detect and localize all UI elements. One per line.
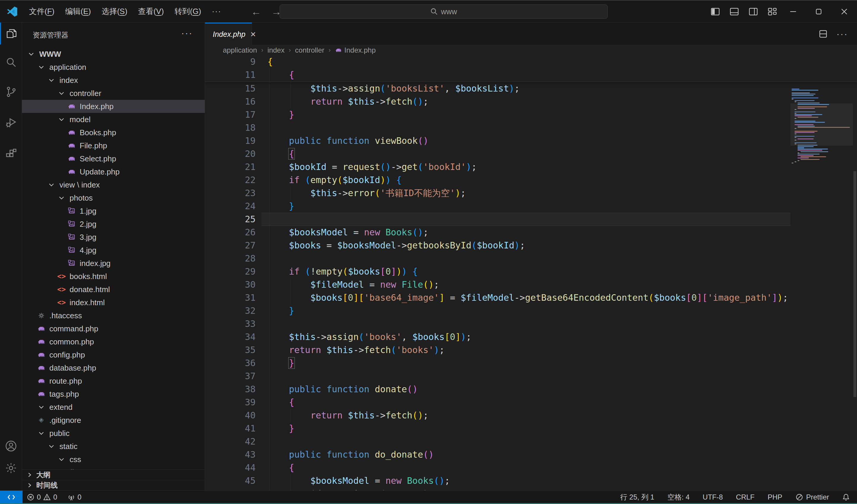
code-line-29[interactable]: 29if (!empty($books[0])) { — [205, 265, 857, 278]
tree-file-update-php[interactable]: Update.php — [22, 165, 205, 178]
settings-gear-icon[interactable] — [0, 457, 22, 479]
toggle-panel-icon[interactable] — [730, 7, 739, 16]
remote-indicator-button[interactable] — [0, 491, 22, 503]
code-line-16[interactable]: 16return $this->fetch(); — [205, 95, 857, 108]
code-line-25[interactable]: 25 — [205, 213, 857, 226]
indentation-indicator[interactable]: 空格: 4 — [668, 492, 690, 502]
tree-file-books-html[interactable]: <>books.html — [22, 270, 205, 283]
code-line-38[interactable]: 38public function donate() — [205, 383, 857, 396]
cursor-position-indicator[interactable]: 行 25, 列 1 — [620, 492, 654, 502]
code-line-30[interactable]: 30$fileModel = new File(); — [205, 278, 857, 291]
account-icon[interactable] — [0, 435, 22, 457]
tree-folder-photos[interactable]: photos — [22, 191, 205, 204]
tree-file-1-jpg[interactable]: 1.jpg — [22, 204, 205, 218]
tree-file-config-php[interactable]: config.php — [22, 348, 205, 362]
code-line-36[interactable]: 36} — [205, 357, 857, 370]
code-line-9[interactable]: 9{ — [205, 55, 857, 68]
tree-file-2-jpg[interactable]: 2.jpg — [22, 218, 205, 231]
code-line-31[interactable]: 31$books[0]['base64_image'] = $fileModel… — [205, 291, 857, 304]
tree-file-file-php[interactable]: File.php — [22, 139, 205, 152]
language-mode-indicator[interactable]: PHP — [768, 493, 782, 501]
code-line-32[interactable]: 32} — [205, 304, 857, 317]
run-debug-icon[interactable] — [0, 112, 22, 134]
code-line-11[interactable]: 11{ — [205, 68, 857, 81]
tree-file-route-php[interactable]: route.php — [22, 374, 205, 387]
code-line-20[interactable]: 20{ — [205, 147, 857, 161]
code-line-39[interactable]: 39{ — [205, 396, 857, 409]
tree-file-command-php[interactable]: command.php — [22, 322, 205, 335]
command-center-search[interactable]: www — [280, 4, 608, 19]
code-editor[interactable]: 15$this->assign('booksList', $booksList)… — [205, 55, 857, 490]
code-line-45[interactable]: 45$booksModel = new Books(); — [205, 474, 857, 487]
menu-item[interactable]: 文件(F) — [24, 1, 60, 22]
timeline-section-header[interactable]: 时间线 — [22, 480, 205, 490]
code-line-28[interactable]: 28 — [205, 252, 857, 265]
toggle-primary-sidebar-icon[interactable] — [711, 7, 720, 16]
breadcrumb-item[interactable]: application — [223, 46, 257, 54]
tree-file-books-php[interactable]: Books.php — [22, 126, 205, 139]
tree-file--gitignore[interactable]: .gitignore — [22, 414, 205, 427]
tab-close-icon[interactable]: ✕ — [250, 30, 256, 39]
explorer-icon[interactable] — [0, 22, 22, 45]
search-sidebar-icon[interactable] — [0, 51, 22, 73]
code-line-35[interactable]: 35return $this->fetch('books'); — [205, 343, 857, 357]
ports-indicator[interactable]: 0 — [67, 493, 81, 501]
nav-back-button[interactable]: ← — [251, 6, 261, 18]
tree-file-4-jpg[interactable]: 4.jpg — [22, 244, 205, 257]
menu-item[interactable]: 转到(G) — [169, 1, 206, 22]
tree-file-select-php[interactable]: Select.php — [22, 152, 205, 165]
tree-folder-application[interactable]: application — [22, 61, 205, 74]
encoding-indicator[interactable]: UTF-8 — [703, 493, 723, 501]
tree-file-bootstrap-min-css[interactable]: #bootstrap.min.css — [22, 466, 205, 470]
tree-file-index-jpg[interactable]: index.jpg — [22, 257, 205, 270]
notifications-bell-icon[interactable] — [842, 493, 850, 501]
code-line-24[interactable]: 24} — [205, 200, 857, 213]
tree-file-common-php[interactable]: common.php — [22, 335, 205, 348]
tree-folder-static[interactable]: static — [22, 440, 205, 453]
menu-item[interactable]: 选择(S) — [96, 1, 133, 22]
tree-folder-index[interactable]: index — [22, 74, 205, 87]
code-line-43[interactable]: 43public function do_donate() — [205, 448, 857, 461]
breadcrumb-item[interactable]: controller — [295, 46, 324, 54]
close-window-button[interactable] — [831, 1, 857, 22]
code-line-37[interactable]: 37 — [205, 370, 857, 383]
eol-indicator[interactable]: CRLF — [736, 493, 755, 501]
tree-file-tags-php[interactable]: tags.php — [22, 387, 205, 401]
code-line-44[interactable]: 44{ — [205, 461, 857, 474]
code-line-17[interactable]: 17} — [205, 108, 857, 121]
tree-folder-controller[interactable]: controller — [22, 87, 205, 100]
menu-more-button[interactable]: ··· — [206, 1, 227, 22]
minimap[interactable] — [790, 88, 853, 490]
code-line-19[interactable]: 19public function viewBook() — [205, 134, 857, 147]
customize-layout-icon[interactable] — [768, 7, 777, 16]
tree-folder-public[interactable]: public — [22, 427, 205, 440]
outline-section-header[interactable]: 大纲 — [22, 470, 205, 480]
code-line-33[interactable]: 33 — [205, 317, 857, 331]
code-line-26[interactable]: 26$booksModel = new Books(); — [205, 226, 857, 239]
scrollbar-slider[interactable] — [854, 171, 856, 397]
code-line-27[interactable]: 27$books = $booksModel->getbooksById($bo… — [205, 239, 857, 252]
code-line-23[interactable]: 23$this->error('书籍ID不能为空'); — [205, 187, 857, 200]
extensions-icon[interactable] — [0, 142, 22, 165]
source-control-icon[interactable] — [0, 81, 22, 103]
breadcrumb-item[interactable]: Index.php — [335, 46, 375, 54]
code-line-34[interactable]: 34$this->assign('books', $books[0]); — [205, 331, 857, 343]
tree-file-index-html[interactable]: <>index.html — [22, 296, 205, 309]
tab-index-php[interactable]: Index.php ✕ — [205, 22, 252, 45]
explorer-more-actions-button[interactable]: ··· — [181, 28, 193, 38]
tree-file-database-php[interactable]: database.php — [22, 362, 205, 374]
menu-item[interactable]: 查看(V) — [133, 1, 169, 22]
editor-more-actions-button[interactable]: ··· — [837, 29, 848, 39]
code-line-40[interactable]: 40return $this->fetch(); — [205, 409, 857, 422]
maximize-button[interactable] — [806, 1, 831, 22]
minimize-button[interactable] — [780, 1, 806, 22]
tree-file--htaccess[interactable]: .htaccess — [22, 309, 205, 322]
tree-folder-extend[interactable]: extend — [22, 401, 205, 414]
problems-indicator[interactable]: 0 0 — [27, 493, 57, 501]
toggle-secondary-sidebar-icon[interactable] — [749, 7, 758, 16]
tree-folder-view-index[interactable]: view \ index — [22, 178, 205, 191]
split-editor-icon[interactable] — [819, 30, 827, 38]
editor-scrollbar[interactable] — [853, 88, 857, 490]
formatter-indicator[interactable]: Prettier — [795, 493, 829, 501]
breadcrumb-item[interactable]: index — [267, 46, 284, 54]
